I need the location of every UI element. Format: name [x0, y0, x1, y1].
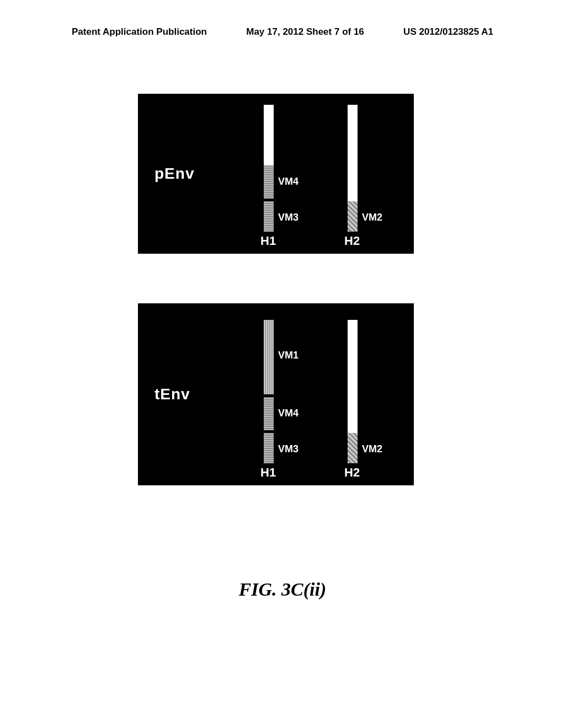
penv-h1-vm3-segment: [264, 201, 274, 232]
header-left: Patent Application Publication: [72, 26, 207, 38]
tenv-h1-vm3-segment: [264, 433, 274, 463]
penv-h2-label: H2: [344, 234, 360, 248]
tenv-h2-vm2-segment: [348, 433, 358, 463]
header-center: May 17, 2012 Sheet 7 of 16: [246, 26, 364, 38]
header-right: US 2012/0123825 A1: [403, 26, 493, 38]
tenv-vm1-label: VM1: [278, 350, 299, 361]
penv-vm3-label: VM3: [278, 212, 299, 223]
tenv-vm2-label: VM2: [362, 443, 382, 455]
panel-tenv: tEnv VM3 VM4 VM1 VM2 H1 H2: [138, 303, 414, 485]
tenv-vm3-label: VM3: [278, 443, 299, 455]
penv-label: pEnv: [154, 165, 194, 183]
tenv-h1-vm4-segment: [264, 397, 274, 430]
tenv-h1-vm1-segment: [264, 320, 274, 394]
penv-h2-vm2-segment: [348, 201, 358, 232]
panel-penv: pEnv VM3 VM4 VM2 H1 H2: [138, 94, 414, 254]
figure-caption: FIG. 3C(ii): [0, 579, 565, 600]
penv-vm4-label: VM4: [278, 176, 299, 188]
page-header: Patent Application Publication May 17, 2…: [0, 26, 565, 38]
penv-h1-free-segment: [264, 105, 274, 165]
tenv-h2-free-segment: [348, 320, 358, 433]
tenv-label: tEnv: [154, 386, 190, 403]
penv-h2-free-segment: [348, 105, 358, 201]
penv-vm2-label: VM2: [362, 212, 382, 223]
tenv-vm4-label: VM4: [278, 408, 299, 419]
tenv-h1-label: H1: [260, 465, 276, 480]
penv-h1-label: H1: [260, 234, 276, 248]
penv-h1-vm4-segment: [264, 165, 274, 199]
tenv-h2-label: H2: [344, 465, 360, 480]
